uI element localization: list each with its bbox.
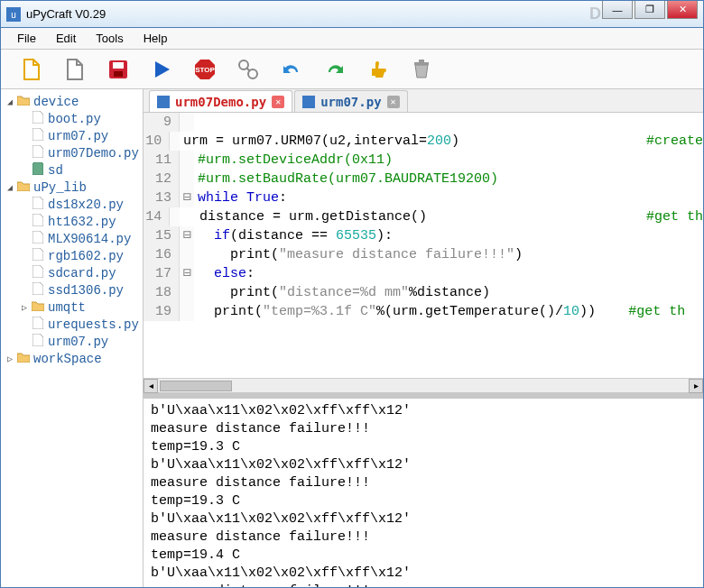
tree-file-sdcard-py[interactable]: sdcard.py: [1, 264, 143, 281]
tree-file-urm07-py[interactable]: urm07.py: [1, 333, 143, 350]
file-icon: [30, 265, 46, 281]
new-file-icon[interactable]: [17, 55, 46, 84]
menu-file[interactable]: File: [8, 29, 45, 48]
svg-rect-13: [302, 96, 315, 108]
line-number: 12: [144, 170, 180, 188]
menu-help[interactable]: Help: [134, 29, 177, 48]
console-output[interactable]: b'U\xaa\x11\x02\x02\xff\xff\x12' measure…: [144, 398, 703, 587]
code-text: #urm.setDeviceAddr(0x11): [194, 151, 703, 170]
close-button[interactable]: ✕: [667, 1, 698, 19]
menubar: File Edit Tools Help: [1, 28, 703, 50]
tree-file-ht1632-py[interactable]: ht1632.py: [1, 213, 143, 230]
sd-icon: [30, 162, 46, 179]
tree-label: device: [32, 95, 79, 109]
maximize-button[interactable]: ❐: [635, 1, 665, 19]
code-line[interactable]: 15⊟ if(distance == 65535):: [144, 226, 703, 245]
file-icon: [30, 145, 46, 161]
code-text: print("measure distance failure!!!"): [194, 245, 703, 264]
close-icon[interactable]: ✕: [387, 96, 400, 108]
tree-label: urequests.py: [46, 317, 139, 332]
tree-label: rgb1602.py: [46, 249, 124, 263]
undo-icon[interactable]: [277, 55, 306, 84]
tree-label: umqtt: [46, 300, 86, 315]
folder-icon: [30, 300, 46, 315]
tab-urm07[interactable]: urm07.py ✕: [294, 90, 407, 112]
svg-text:STOP: STOP: [195, 66, 215, 74]
tree-label: urm07.py: [46, 129, 108, 143]
svg-rect-12: [157, 96, 170, 108]
app-icon: u: [6, 7, 21, 22]
code-line[interactable]: 16 print("measure distance failure!!!"): [144, 245, 703, 264]
tab-urm07demo[interactable]: urm07Demo.py ✕: [149, 90, 292, 112]
tree-folder-umqtt[interactable]: ▷umqtt: [1, 299, 143, 316]
code-line[interactable]: 12#urm.setBaudRate(urm07.BAUDRATE19200): [144, 170, 703, 188]
code-line[interactable]: 19 print("temp=%3.1f C"%(urm.getTemperat…: [144, 302, 703, 321]
code-text: else:: [194, 264, 703, 283]
trash-icon[interactable]: [407, 55, 436, 84]
fold-icon[interactable]: ⊟: [180, 226, 194, 245]
toolbar: STOP: [1, 50, 703, 89]
editor-hscrollbar[interactable]: ◂▸: [144, 378, 703, 392]
menu-edit[interactable]: Edit: [47, 29, 85, 48]
menu-tools[interactable]: Tools: [87, 29, 132, 48]
tree-file-urm07Demo-py[interactable]: urm07Demo.py: [1, 144, 143, 161]
fold-icon[interactable]: ⊟: [180, 264, 194, 283]
tree-label: urm07.py: [46, 335, 108, 349]
tree-label: ssd1306.py: [46, 283, 124, 298]
code-text: [194, 113, 703, 132]
line-number: 16: [144, 245, 180, 264]
tab-label: urm07Demo.py: [175, 95, 266, 109]
save-icon[interactable]: [104, 55, 133, 84]
line-number: 10: [144, 132, 170, 151]
open-file-icon[interactable]: [60, 55, 89, 84]
tree-file-sd[interactable]: sd: [1, 161, 143, 179]
code-line[interactable]: 10urm = urm07.URM07(u2,interval=200) #cr…: [144, 132, 703, 151]
tree-folder-uPy_lib[interactable]: ◢uPy_lib: [1, 179, 143, 196]
tree-expand-icon[interactable]: ▷: [5, 354, 15, 364]
tree-label: sd: [46, 163, 63, 178]
tree-label: MLX90614.py: [46, 232, 131, 246]
code-line[interactable]: 17⊟ else:: [144, 264, 703, 283]
run-icon[interactable]: [147, 55, 176, 84]
tree-file-boot-py[interactable]: boot.py: [1, 110, 143, 127]
tree-file-MLX90614-py[interactable]: MLX90614.py: [1, 230, 143, 247]
file-icon: [30, 282, 46, 299]
tree-folder-device[interactable]: ◢device: [1, 93, 143, 110]
code-line[interactable]: 13⊟while True:: [144, 188, 703, 207]
code-line[interactable]: 18 print("distance=%d mm"%distance): [144, 283, 703, 302]
file-icon: [30, 231, 46, 247]
code-line[interactable]: 14 distance = urm.getDistance() #get th: [144, 207, 703, 226]
folder-icon: [15, 180, 32, 195]
file-tree[interactable]: ◢deviceboot.pyurm07.pyurm07Demo.pysd◢uPy…: [1, 89, 144, 587]
tree-expand-icon[interactable]: ◢: [5, 182, 15, 193]
python-file-icon: [302, 96, 315, 108]
file-icon: [30, 111, 46, 127]
file-icon: [30, 248, 46, 264]
code-text: print("distance=%d mm"%distance): [194, 283, 703, 302]
tree-file-ssd1306-py[interactable]: ssd1306.py: [1, 281, 143, 299]
tree-folder-workSpace[interactable]: ▷workSpace: [1, 350, 143, 367]
minimize-button[interactable]: —: [602, 1, 633, 19]
tree-file-rgb1602-py[interactable]: rgb1602.py: [1, 247, 143, 264]
svg-rect-11: [419, 60, 424, 62]
tree-file-urm07-py[interactable]: urm07.py: [1, 127, 143, 144]
tree-label: urm07Demo.py: [46, 146, 139, 161]
stop-icon[interactable]: STOP: [190, 55, 219, 84]
code-editor[interactable]: 910urm = urm07.URM07(u2,interval=200) #c…: [144, 113, 703, 378]
tree-label: ht1632.py: [46, 215, 116, 229]
redo-icon[interactable]: [320, 55, 349, 84]
tree-expand-icon[interactable]: ◢: [5, 96, 15, 107]
code-line[interactable]: 11#urm.setDeviceAddr(0x11): [144, 151, 703, 170]
line-number: 11: [144, 151, 180, 170]
fold-icon: [180, 151, 194, 170]
line-number: 18: [144, 283, 180, 302]
tree-file-urequests-py[interactable]: urequests.py: [1, 316, 143, 333]
svg-rect-4: [114, 71, 123, 77]
fold-icon[interactable]: ⊟: [180, 188, 194, 207]
thumb-icon[interactable]: [364, 55, 393, 84]
tree-expand-icon[interactable]: ▷: [19, 302, 30, 313]
close-icon[interactable]: ✕: [272, 96, 284, 108]
connect-icon[interactable]: [234, 55, 263, 84]
tree-file-ds18x20-py[interactable]: ds18x20.py: [1, 196, 143, 213]
code-line[interactable]: 9: [144, 113, 703, 132]
